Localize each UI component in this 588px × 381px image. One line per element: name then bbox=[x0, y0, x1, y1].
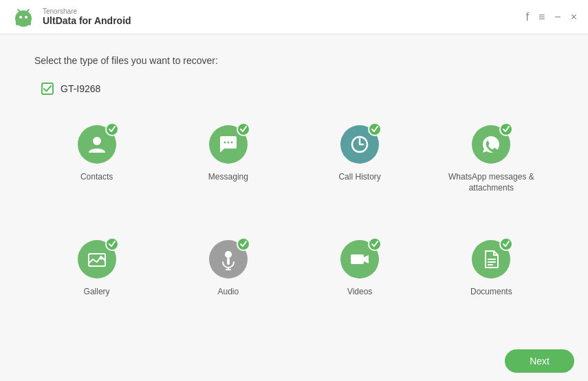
callhistory-label: Call History bbox=[338, 172, 380, 183]
svg-rect-6 bbox=[16, 20, 19, 25]
messaging-icon bbox=[217, 133, 239, 155]
svg-rect-17 bbox=[226, 269, 231, 270]
whatsapp-check-badge bbox=[499, 122, 513, 136]
footer: Next bbox=[0, 341, 588, 381]
messaging-icon-wrapper bbox=[206, 122, 250, 166]
svg-point-11 bbox=[230, 142, 232, 144]
gallery-check-icon bbox=[109, 241, 116, 248]
svg-point-10 bbox=[227, 142, 229, 144]
svg-rect-7 bbox=[28, 20, 31, 25]
file-type-callhistory[interactable]: Call History bbox=[298, 116, 422, 217]
svg-rect-15 bbox=[227, 258, 230, 265]
contacts-icon bbox=[86, 133, 108, 155]
app-branding: Tenorshare UltData for Android bbox=[11, 5, 131, 30]
file-type-contacts[interactable]: Contacts bbox=[34, 116, 159, 217]
documents-label: Documents bbox=[470, 287, 512, 298]
gallery-icon bbox=[86, 248, 108, 270]
svg-point-3 bbox=[25, 16, 28, 19]
file-type-whatsapp[interactable]: WhatsApp messages &attachments bbox=[429, 116, 554, 217]
brand-label: Tenorshare bbox=[43, 8, 131, 15]
page-title: Select the type of files you want to rec… bbox=[34, 55, 554, 66]
svg-point-2 bbox=[19, 16, 22, 19]
audio-check-icon bbox=[240, 241, 247, 248]
device-name-label: GT-I9268 bbox=[61, 83, 100, 94]
videos-check-badge bbox=[368, 237, 382, 251]
audio-icon-wrapper bbox=[206, 237, 250, 281]
checkbox-check-icon bbox=[43, 85, 52, 93]
messaging-check-badge bbox=[237, 122, 250, 136]
svg-line-5 bbox=[27, 10, 29, 12]
callhistory-check-icon bbox=[371, 126, 378, 133]
callhistory-icon-wrapper bbox=[338, 122, 382, 166]
audio-check-badge bbox=[237, 237, 250, 251]
minimize-button[interactable]: − bbox=[554, 12, 560, 23]
app-name: Tenorshare UltData for Android bbox=[43, 8, 131, 26]
svg-point-9 bbox=[224, 142, 226, 144]
whatsapp-label: WhatsApp messages &attachments bbox=[448, 172, 534, 193]
file-type-gallery[interactable]: Gallery bbox=[34, 230, 159, 320]
main-content: Select the type of files you want to rec… bbox=[0, 34, 588, 341]
app-logo-icon bbox=[11, 5, 36, 30]
callhistory-check-badge bbox=[368, 122, 382, 136]
menu-button[interactable]: ≡ bbox=[538, 12, 545, 23]
file-type-documents[interactable]: Documents bbox=[429, 230, 554, 320]
gallery-label: Gallery bbox=[84, 287, 110, 298]
videos-label: Videos bbox=[347, 287, 372, 298]
gallery-icon-wrapper bbox=[75, 237, 119, 281]
svg-marker-19 bbox=[364, 255, 369, 263]
file-type-audio[interactable]: Audio bbox=[166, 230, 290, 320]
file-type-videos[interactable]: Videos bbox=[298, 230, 422, 320]
audio-icon bbox=[217, 248, 239, 270]
svg-line-4 bbox=[18, 10, 20, 12]
videos-icon-wrapper bbox=[338, 237, 382, 281]
facebook-button[interactable]: f bbox=[526, 12, 529, 23]
title-bar: Tenorshare UltData for Android f ≡ − × bbox=[0, 0, 588, 34]
svg-point-8 bbox=[93, 137, 101, 145]
messaging-check-icon bbox=[240, 126, 247, 133]
device-row: GT-I9268 bbox=[41, 83, 554, 95]
window-controls: f ≡ − × bbox=[526, 12, 577, 23]
documents-icon bbox=[480, 248, 502, 270]
file-type-messaging[interactable]: Messaging bbox=[166, 116, 290, 217]
contacts-icon-wrapper bbox=[75, 122, 119, 166]
file-types-grid: Contacts Messaging bbox=[34, 116, 554, 320]
videos-icon bbox=[349, 248, 371, 270]
svg-rect-1 bbox=[18, 19, 29, 25]
messaging-label: Messaging bbox=[208, 172, 248, 183]
svg-rect-18 bbox=[351, 254, 364, 264]
videos-check-icon bbox=[371, 241, 378, 248]
documents-check-icon bbox=[503, 241, 510, 248]
contacts-check-badge bbox=[105, 122, 119, 136]
close-button[interactable]: × bbox=[571, 12, 577, 23]
callhistory-icon bbox=[349, 133, 371, 155]
contacts-label: Contacts bbox=[80, 172, 113, 183]
app-name-label: UltData for Android bbox=[43, 15, 131, 26]
gallery-check-badge bbox=[105, 237, 119, 251]
audio-label: Audio bbox=[218, 287, 239, 298]
next-button[interactable]: Next bbox=[505, 349, 574, 373]
documents-check-badge bbox=[499, 237, 513, 251]
whatsapp-icon bbox=[480, 133, 502, 155]
contacts-check-icon bbox=[109, 126, 116, 133]
whatsapp-check-icon bbox=[503, 126, 510, 133]
documents-icon-wrapper bbox=[469, 237, 513, 281]
device-checkbox[interactable] bbox=[41, 83, 54, 95]
whatsapp-icon-wrapper bbox=[469, 122, 513, 166]
svg-point-14 bbox=[99, 256, 102, 259]
